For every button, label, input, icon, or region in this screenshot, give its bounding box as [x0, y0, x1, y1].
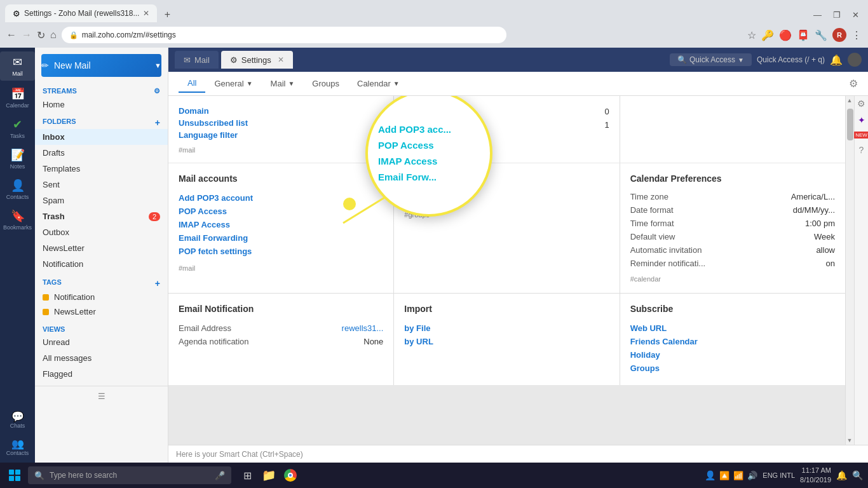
nav-contacts-bottom[interactable]: 👥 Contacts — [0, 434, 35, 460]
settings-nav-mail[interactable]: Mail ▼ — [262, 75, 304, 92]
new-tab-button[interactable]: + — [158, 7, 176, 22]
pop-access-link[interactable]: POP Access — [179, 205, 383, 218]
close-tab-icon[interactable]: ✕ — [143, 9, 149, 18]
streams-settings-icon[interactable]: ⚙ — [154, 87, 160, 95]
quick-access-search[interactable]: 🔍 Quick Access ▼ — [670, 53, 752, 66]
agenda-notif-label: Agenda notification — [179, 337, 249, 346]
start-button[interactable] — [5, 466, 24, 485]
scroll-thumb[interactable] — [847, 109, 853, 140]
scroll-up-arrow[interactable]: ▲ — [847, 97, 853, 104]
sidebar-item-flagged[interactable]: Flagged — [35, 366, 168, 382]
reload-button[interactable]: ↻ — [37, 29, 45, 41]
taskbar-explorer[interactable]: 📁 — [259, 466, 278, 485]
nav-icon-calendar[interactable]: 📅 Calendar — [0, 83, 35, 112]
volume-icon[interactable]: 🔊 — [747, 471, 757, 480]
popup-add-pop3-link[interactable]: Add POP3 acc... — [378, 121, 451, 137]
groups-link[interactable]: Groups — [630, 362, 835, 375]
maximize-button[interactable]: ❐ — [829, 10, 844, 20]
add-pop3-link[interactable]: Add POP3 account — [179, 191, 383, 205]
settings-nav-all[interactable]: All — [179, 74, 205, 93]
extension-icon-3[interactable]: 📮 — [797, 29, 810, 41]
popup-email-forward-link[interactable]: Email Forw... — [378, 169, 437, 185]
star-icon[interactable]: ☆ — [747, 29, 756, 41]
sidebar-item-trash[interactable]: Trash 2 — [35, 208, 168, 224]
sidebar-item-spam[interactable]: Spam — [35, 193, 168, 208]
sidebar-tag-newsletter[interactable]: NewsLetter — [35, 304, 168, 319]
network-icon[interactable]: 🔼 — [719, 471, 729, 480]
sidebar-item-unread[interactable]: Unread — [35, 334, 168, 350]
scrollbar[interactable]: ▲ ▼ — [845, 96, 854, 445]
collapse-sidebar-icon[interactable]: ☰ — [98, 391, 105, 401]
bell-icon[interactable]: 🔔 — [830, 54, 843, 66]
right-feather-icon[interactable]: ✦ — [858, 115, 865, 125]
extension-icon-2[interactable]: 🔴 — [779, 29, 792, 41]
taskbar-search[interactable]: 🔍 Type here to search 🎤 — [28, 466, 231, 484]
back-button[interactable]: ← — [6, 29, 17, 41]
taskbar-microphone-icon[interactable]: 🎤 — [215, 471, 225, 480]
by-url-link[interactable]: by URL — [404, 335, 609, 348]
nav-icon-notes[interactable]: 📝 Notes — [0, 144, 35, 173]
friends-calendar-link[interactable]: Friends Calendar — [630, 335, 835, 348]
sidebar-item-sent[interactable]: Sent — [35, 177, 168, 193]
menu-icon[interactable]: ⋮ — [851, 29, 862, 41]
sidebar-item-notification[interactable]: Notification — [35, 256, 168, 272]
user-avatar[interactable] — [848, 53, 862, 67]
settings-nav-general[interactable]: General ▼ — [205, 75, 261, 92]
profile-icon[interactable]: R — [832, 28, 846, 42]
popup-imap-access-link[interactable]: IMAP Access — [378, 153, 437, 169]
unsubscribed-link[interactable]: Unsubscribed list — [179, 117, 383, 129]
sidebar-item-all-messages[interactable]: All messages — [35, 350, 168, 366]
settings-nav-calendar[interactable]: Calendar ▼ — [348, 75, 409, 92]
accounts-icon[interactable]: 👤 — [705, 470, 715, 480]
nav-icon-tasks[interactable]: ✔ Tasks — [0, 114, 35, 143]
app-tab-settings[interactable]: ⚙ Settings ✕ — [221, 51, 293, 69]
forward-button[interactable]: → — [22, 29, 32, 41]
nav-icon-bookmarks[interactable]: 🔖 Bookmarks — [0, 205, 35, 234]
domain-link[interactable]: Domain — [179, 105, 383, 117]
settings-tab-favicon: ⚙ — [13, 9, 20, 18]
smart-chat-bar[interactable]: Here is your Smart Chat (Ctrl+Space) — [168, 445, 868, 463]
by-file-link[interactable]: by File — [404, 322, 609, 335]
web-url-link[interactable]: Web URL — [630, 322, 835, 335]
extension-icon-4[interactable]: 🔧 — [815, 29, 827, 41]
wifi-icon[interactable]: 📶 — [733, 471, 743, 480]
sidebar-item-templates[interactable]: Templates — [35, 161, 168, 177]
extension-icon-1[interactable]: 🔑 — [761, 29, 774, 41]
new-mail-button[interactable]: ✏ New Mail ▼ — [41, 54, 161, 77]
nav-icon-contacts[interactable]: 👤 Contacts — [0, 175, 35, 204]
minimize-button[interactable]: — — [810, 10, 825, 20]
settings-nav-groups[interactable]: Groups — [303, 75, 348, 92]
nav-chats-label[interactable]: 💬 Chats — [0, 407, 35, 433]
add-tag-icon[interactable]: + — [155, 278, 160, 288]
sidebar-item-newsletter[interactable]: NewsLetter — [35, 240, 168, 256]
taskbar-notification-icon[interactable]: 🔔 — [836, 470, 847, 480]
pop-fetch-link[interactable]: POP fetch settings — [179, 245, 383, 258]
right-settings-icon[interactable]: ⚙ — [857, 98, 865, 109]
email-forwarding-link[interactable]: Email Forwarding — [179, 231, 383, 245]
browser-tab-settings[interactable]: ⚙ Settings - Zoho Mail (rewells318... ✕ — [5, 4, 157, 22]
popup-pop-access-link[interactable]: POP Access — [378, 137, 434, 153]
sidebar-item-drafts[interactable]: Drafts — [35, 145, 168, 161]
taskbar-chrome[interactable] — [281, 466, 300, 485]
right-help-icon[interactable]: ? — [859, 145, 864, 155]
sidebar-item-outbox[interactable]: Outbox — [35, 224, 168, 240]
home-button[interactable]: ⌂ — [50, 29, 57, 41]
language-filter-link[interactable]: Language filter — [179, 129, 383, 141]
settings-gear-icon[interactable]: ⚙ — [849, 78, 858, 90]
holiday-link[interactable]: Holiday — [630, 348, 835, 362]
address-bar[interactable]: 🔒 mail.zoho.com/zm/#settings — [62, 27, 506, 43]
sidebar-tag-notification[interactable]: Notification — [35, 290, 168, 304]
add-folder-icon[interactable]: + — [155, 118, 160, 128]
nav-icon-mail[interactable]: ✉ Mail — [0, 51, 35, 81]
scroll-down-arrow[interactable]: ▼ — [847, 437, 853, 444]
sidebar-item-home[interactable]: Home — [35, 97, 168, 112]
app-tab-mail[interactable]: ✉ Mail — [175, 51, 219, 69]
tags-section-label: TAGS + — [35, 274, 168, 290]
taskbar-task-view[interactable]: ⊞ — [238, 466, 257, 485]
mail-tab-icon: ✉ — [184, 55, 191, 65]
imap-access-link[interactable]: IMAP Access — [179, 218, 383, 231]
sidebar-item-inbox[interactable]: Inbox — [35, 129, 168, 145]
taskbar-search-right-icon[interactable]: 🔍 — [852, 470, 863, 480]
close-settings-tab-icon[interactable]: ✕ — [278, 55, 284, 64]
close-button[interactable]: ✕ — [848, 10, 863, 20]
